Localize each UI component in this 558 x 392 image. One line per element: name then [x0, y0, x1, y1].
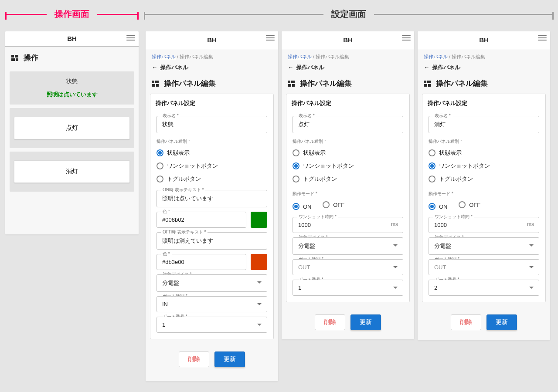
arrow-left-icon: ←: [288, 64, 293, 71]
port-type-select[interactable]: OUT: [429, 259, 539, 275]
cell-settings-status: BH 操作パネル / 操作パネル編集 ←操作パネル 操作パネル編集 操作パネル設…: [146, 31, 278, 381]
radio-mode-on[interactable]: ON: [293, 203, 312, 210]
status-text: 照明は点いています: [14, 91, 130, 98]
mode-radios: ON OFF: [429, 199, 539, 213]
delete-button[interactable]: 削除: [315, 314, 345, 330]
update-button[interactable]: 更新: [487, 314, 517, 330]
delete-button[interactable]: 削除: [179, 351, 209, 367]
panel-type-radios: 状態表示 ワンショットボタン トグルボタン: [293, 146, 403, 186]
breadcrumb-root[interactable]: 操作パネル: [424, 54, 448, 59]
radio-toggle[interactable]: トグルボタン: [429, 175, 473, 183]
mode-label: 動作モード *: [293, 191, 403, 197]
dashboard-icon: [424, 81, 432, 87]
panel-settings-title: 操作パネル設定: [422, 94, 545, 112]
delete-button[interactable]: 削除: [451, 314, 481, 330]
radio-oneshot[interactable]: ワンショットボタン: [293, 162, 354, 170]
status-title: 状態: [14, 78, 130, 85]
breadcrumb-leaf: 操作パネル編集: [316, 54, 349, 59]
panel-type-label: 操作パネル種別 *: [293, 139, 403, 145]
radio-status[interactable]: 状態表示: [293, 149, 326, 157]
config-group-header: 設定画面: [144, 5, 554, 23]
port-no-select[interactable]: 1: [293, 280, 403, 296]
dashboard-icon: [152, 81, 160, 87]
mode-label: 動作モード *: [429, 191, 539, 197]
cell-settings-oneshot-on: BH 操作パネル / 操作パネル編集 ←操作パネル 操作パネル編集 操作パネル設…: [282, 31, 414, 339]
breadcrumb: 操作パネル / 操作パネル編集: [282, 49, 414, 61]
radio-oneshot[interactable]: ワンショットボタン: [429, 162, 490, 170]
panel-settings-title: 操作パネル設定: [286, 94, 409, 112]
update-button[interactable]: 更新: [350, 314, 381, 330]
breadcrumb-leaf: 操作パネル編集: [180, 54, 213, 59]
breadcrumb-root[interactable]: 操作パネル: [288, 54, 312, 59]
oneshot-button[interactable]: 点灯: [14, 117, 130, 139]
radio-status[interactable]: 状態表示: [429, 149, 462, 157]
panel-settings-box: 操作パネル設定 表示名 *点灯 操作パネル種別 * 状態表示 ワンショットボタン…: [286, 94, 410, 302]
back-link[interactable]: ←操作パネル: [146, 61, 278, 76]
port-type-select[interactable]: IN: [157, 296, 267, 312]
page-title: 操作パネル編集: [300, 78, 352, 88]
radio-mode-on[interactable]: ON: [429, 203, 448, 210]
breadcrumb: 操作パネル / 操作パネル編集: [418, 49, 550, 61]
brand: BH: [67, 35, 77, 42]
panel-settings-title: 操作パネル設定: [150, 94, 273, 112]
off-color-swatch[interactable]: [251, 254, 267, 270]
radio-status[interactable]: 状態表示: [157, 149, 190, 157]
brand: BH: [343, 36, 353, 44]
arrow-left-icon: ←: [424, 64, 429, 71]
menu-icon[interactable]: [402, 37, 411, 43]
appbar: BH: [282, 31, 414, 49]
panel-type-label: 操作パネル種別 *: [157, 139, 267, 145]
brand: BH: [479, 36, 489, 44]
panel-type-radios: 状態表示 ワンショットボタン トグルボタン: [429, 146, 539, 186]
breadcrumb: 操作パネル / 操作パネル編集: [146, 49, 278, 61]
radio-toggle[interactable]: トグルボタン: [293, 175, 337, 183]
appbar: BH: [146, 31, 278, 49]
target-device-select[interactable]: 分電盤: [157, 274, 267, 292]
dashboard-icon: [288, 81, 296, 87]
config-group-label: 設定画面: [323, 8, 374, 20]
breadcrumb-root[interactable]: 操作パネル: [152, 54, 176, 59]
ms-suffix: ms: [391, 221, 398, 227]
port-no-select[interactable]: 2: [429, 280, 539, 296]
page-title: 操作パネル編集: [436, 78, 488, 88]
dashboard-icon: [11, 55, 19, 61]
oneshot-button[interactable]: 消灯: [14, 160, 130, 183]
panel-type-radios: 状態表示 ワンショットボタン トグルボタン: [157, 146, 267, 186]
target-device-select[interactable]: 分電盤: [429, 237, 539, 255]
page-title: 操作: [24, 53, 38, 63]
mode-radios: ON OFF: [293, 199, 403, 213]
update-button[interactable]: 更新: [214, 351, 245, 367]
appbar: BH: [418, 31, 550, 49]
menu-icon[interactable]: [126, 37, 135, 43]
radio-mode-off[interactable]: OFF: [459, 201, 480, 208]
ms-suffix: ms: [527, 221, 534, 227]
radio-mode-off[interactable]: OFF: [323, 201, 344, 208]
radio-toggle[interactable]: トグルボタン: [157, 175, 201, 183]
page-title: 操作パネル編集: [164, 78, 216, 88]
appbar: BH: [5, 31, 139, 47]
target-device-select[interactable]: 分電盤: [293, 237, 403, 255]
brand: BH: [207, 36, 217, 44]
back-link[interactable]: ←操作パネル: [282, 61, 414, 76]
radio-oneshot[interactable]: ワンショットボタン: [157, 162, 218, 170]
oneshot-card: 消灯: [10, 152, 134, 192]
panel-type-label: 操作パネル種別 *: [429, 139, 539, 145]
status-card: 状態 照明は点いています: [10, 71, 134, 105]
port-no-select[interactable]: 1: [157, 317, 267, 333]
menu-icon[interactable]: [538, 37, 547, 43]
cell-operation: BH 操作 状態 照明は点いています 点灯 消灯: [5, 31, 139, 234]
breadcrumb-leaf: 操作パネル編集: [452, 54, 485, 59]
menu-icon[interactable]: [266, 37, 275, 43]
cell-settings-oneshot-off: BH 操作パネル / 操作パネル編集 ←操作パネル 操作パネル編集 操作パネル設…: [418, 31, 550, 340]
on-color-swatch[interactable]: [251, 212, 267, 228]
operation-group-header: 操作画面: [5, 5, 139, 23]
arrow-left-icon: ←: [152, 64, 157, 71]
oneshot-card: 点灯: [10, 108, 134, 148]
panel-settings-box: 操作パネル設定 表示名 *消灯 操作パネル種別 * 状態表示 ワンショットボタン…: [422, 94, 546, 302]
operation-group-label: 操作画面: [47, 8, 97, 20]
back-link[interactable]: ←操作パネル: [418, 61, 550, 76]
panel-settings-box: 操作パネル設定 表示名 *状態 操作パネル種別 * 状態表示 ワンショットボタン…: [150, 94, 274, 339]
port-type-select[interactable]: OUT: [293, 259, 403, 275]
